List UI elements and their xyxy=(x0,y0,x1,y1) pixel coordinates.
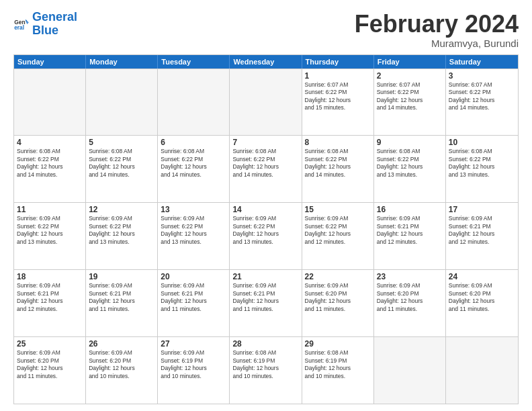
day-number: 9 xyxy=(377,138,443,147)
day-info: Sunrise: 6:09 AM Sunset: 6:21 PM Dayligh… xyxy=(377,215,443,246)
day-info: Sunrise: 6:08 AM Sunset: 6:22 PM Dayligh… xyxy=(232,148,298,179)
subtitle: Muramvya, Burundi xyxy=(355,38,519,49)
header-day-saturday: Saturday xyxy=(446,55,518,68)
title-block: February 2024 Muramvya, Burundi xyxy=(355,11,519,49)
calendar-row-0: 1Sunrise: 6:07 AM Sunset: 6:22 PM Daylig… xyxy=(14,68,518,136)
calendar: SundayMondayTuesdayWednesdayThursdayFrid… xyxy=(13,54,519,404)
calendar-cell: 17Sunrise: 6:09 AM Sunset: 6:21 PM Dayli… xyxy=(446,203,518,269)
day-info: Sunrise: 6:08 AM Sunset: 6:19 PM Dayligh… xyxy=(232,349,298,380)
day-number: 26 xyxy=(89,339,154,349)
day-number: 12 xyxy=(89,205,154,214)
day-number: 2 xyxy=(377,71,443,81)
day-info: Sunrise: 6:09 AM Sunset: 6:22 PM Dayligh… xyxy=(17,215,83,246)
day-number: 14 xyxy=(232,205,298,214)
calendar-cell: 29Sunrise: 6:08 AM Sunset: 6:19 PM Dayli… xyxy=(302,337,374,404)
calendar-cell xyxy=(14,69,86,136)
day-info: Sunrise: 6:09 AM Sunset: 6:20 PM Dayligh… xyxy=(305,282,371,313)
day-info: Sunrise: 6:08 AM Sunset: 6:22 PM Dayligh… xyxy=(305,148,371,179)
day-number: 23 xyxy=(377,272,443,281)
day-info: Sunrise: 6:08 AM Sunset: 6:19 PM Dayligh… xyxy=(305,349,371,380)
header-day-monday: Monday xyxy=(86,55,158,68)
day-number: 24 xyxy=(449,272,515,281)
day-number: 10 xyxy=(449,138,515,147)
calendar-cell xyxy=(158,69,230,136)
day-info: Sunrise: 6:09 AM Sunset: 6:22 PM Dayligh… xyxy=(305,215,371,246)
day-info: Sunrise: 6:09 AM Sunset: 6:21 PM Dayligh… xyxy=(449,215,515,246)
calendar-cell xyxy=(374,337,446,404)
day-info: Sunrise: 6:08 AM Sunset: 6:22 PM Dayligh… xyxy=(377,148,443,179)
day-info: Sunrise: 6:09 AM Sunset: 6:21 PM Dayligh… xyxy=(89,282,154,313)
calendar-cell: 15Sunrise: 6:09 AM Sunset: 6:22 PM Dayli… xyxy=(302,203,374,269)
calendar-cell: 9Sunrise: 6:08 AM Sunset: 6:22 PM Daylig… xyxy=(374,136,446,202)
calendar-cell: 5Sunrise: 6:08 AM Sunset: 6:22 PM Daylig… xyxy=(86,136,158,202)
day-info: Sunrise: 6:09 AM Sunset: 6:22 PM Dayligh… xyxy=(89,215,154,246)
header-day-friday: Friday xyxy=(374,55,446,68)
day-number: 28 xyxy=(232,339,298,349)
logo-text: GeneralBlue xyxy=(32,11,77,38)
calendar-cell: 14Sunrise: 6:09 AM Sunset: 6:22 PM Dayli… xyxy=(230,203,302,269)
day-number: 5 xyxy=(89,138,154,147)
calendar-cell: 23Sunrise: 6:09 AM Sunset: 6:20 PM Dayli… xyxy=(374,270,446,336)
calendar-cell: 11Sunrise: 6:09 AM Sunset: 6:22 PM Dayli… xyxy=(14,203,86,269)
day-number: 11 xyxy=(17,205,83,214)
calendar-row-4: 25Sunrise: 6:09 AM Sunset: 6:20 PM Dayli… xyxy=(14,336,518,404)
day-info: Sunrise: 6:09 AM Sunset: 6:22 PM Dayligh… xyxy=(161,215,226,246)
calendar-cell: 26Sunrise: 6:09 AM Sunset: 6:20 PM Dayli… xyxy=(86,337,158,404)
day-info: Sunrise: 6:09 AM Sunset: 6:19 PM Dayligh… xyxy=(161,349,226,380)
calendar-header: SundayMondayTuesdayWednesdayThursdayFrid… xyxy=(14,55,518,68)
calendar-cell: 27Sunrise: 6:09 AM Sunset: 6:19 PM Dayli… xyxy=(158,337,230,404)
calendar-cell: 10Sunrise: 6:08 AM Sunset: 6:22 PM Dayli… xyxy=(446,136,518,202)
calendar-cell: 24Sunrise: 6:09 AM Sunset: 6:20 PM Dayli… xyxy=(446,270,518,336)
day-number: 22 xyxy=(305,272,371,281)
calendar-cell: 25Sunrise: 6:09 AM Sunset: 6:20 PM Dayli… xyxy=(14,337,86,404)
header: Gen eral GeneralBlue February 2024 Muram… xyxy=(13,11,519,49)
calendar-cell xyxy=(86,69,158,136)
day-info: Sunrise: 6:07 AM Sunset: 6:22 PM Dayligh… xyxy=(305,81,371,112)
calendar-cell: 7Sunrise: 6:08 AM Sunset: 6:22 PM Daylig… xyxy=(230,136,302,202)
day-number: 18 xyxy=(17,272,83,281)
day-info: Sunrise: 6:08 AM Sunset: 6:22 PM Dayligh… xyxy=(89,148,154,179)
day-number: 29 xyxy=(305,339,371,349)
calendar-cell: 2Sunrise: 6:07 AM Sunset: 6:22 PM Daylig… xyxy=(374,69,446,136)
calendar-cell xyxy=(446,337,518,404)
day-info: Sunrise: 6:09 AM Sunset: 6:22 PM Dayligh… xyxy=(232,215,298,246)
day-info: Sunrise: 6:09 AM Sunset: 6:20 PM Dayligh… xyxy=(17,349,83,380)
day-number: 19 xyxy=(89,272,154,281)
day-number: 4 xyxy=(17,138,83,147)
day-number: 25 xyxy=(17,339,83,349)
calendar-cell: 16Sunrise: 6:09 AM Sunset: 6:21 PM Dayli… xyxy=(374,203,446,269)
day-number: 16 xyxy=(377,205,443,214)
header-day-sunday: Sunday xyxy=(14,55,86,68)
calendar-cell: 1Sunrise: 6:07 AM Sunset: 6:22 PM Daylig… xyxy=(302,69,374,136)
calendar-cell: 13Sunrise: 6:09 AM Sunset: 6:22 PM Dayli… xyxy=(158,203,230,269)
header-day-thursday: Thursday xyxy=(302,55,374,68)
day-number: 17 xyxy=(449,205,515,214)
calendar-cell: 21Sunrise: 6:09 AM Sunset: 6:21 PM Dayli… xyxy=(230,270,302,336)
day-info: Sunrise: 6:08 AM Sunset: 6:22 PM Dayligh… xyxy=(17,148,83,179)
day-number: 15 xyxy=(305,205,371,214)
svg-text:eral: eral xyxy=(14,24,24,31)
calendar-cell: 28Sunrise: 6:08 AM Sunset: 6:19 PM Dayli… xyxy=(230,337,302,404)
page: Gen eral GeneralBlue February 2024 Muram… xyxy=(0,0,532,411)
calendar-cell: 22Sunrise: 6:09 AM Sunset: 6:20 PM Dayli… xyxy=(302,270,374,336)
day-info: Sunrise: 6:07 AM Sunset: 6:22 PM Dayligh… xyxy=(377,81,443,112)
calendar-cell: 20Sunrise: 6:09 AM Sunset: 6:21 PM Dayli… xyxy=(158,270,230,336)
calendar-cell: 6Sunrise: 6:08 AM Sunset: 6:22 PM Daylig… xyxy=(158,136,230,202)
logo: Gen eral GeneralBlue xyxy=(13,11,77,38)
day-number: 1 xyxy=(305,71,371,81)
logo-icon: Gen eral xyxy=(13,16,30,32)
day-info: Sunrise: 6:09 AM Sunset: 6:20 PM Dayligh… xyxy=(449,282,515,313)
calendar-cell: 12Sunrise: 6:09 AM Sunset: 6:22 PM Dayli… xyxy=(86,203,158,269)
month-title: February 2024 xyxy=(355,11,519,38)
calendar-row-3: 18Sunrise: 6:09 AM Sunset: 6:21 PM Dayli… xyxy=(14,269,518,336)
day-number: 8 xyxy=(305,138,371,147)
day-number: 27 xyxy=(161,339,226,349)
day-info: Sunrise: 6:09 AM Sunset: 6:20 PM Dayligh… xyxy=(377,282,443,313)
calendar-cell: 3Sunrise: 6:07 AM Sunset: 6:22 PM Daylig… xyxy=(446,69,518,136)
calendar-row-1: 4Sunrise: 6:08 AM Sunset: 6:22 PM Daylig… xyxy=(14,135,518,202)
day-number: 3 xyxy=(449,71,515,81)
day-number: 20 xyxy=(161,272,226,281)
day-number: 7 xyxy=(232,138,298,147)
day-number: 13 xyxy=(161,205,226,214)
day-info: Sunrise: 6:09 AM Sunset: 6:21 PM Dayligh… xyxy=(17,282,83,313)
